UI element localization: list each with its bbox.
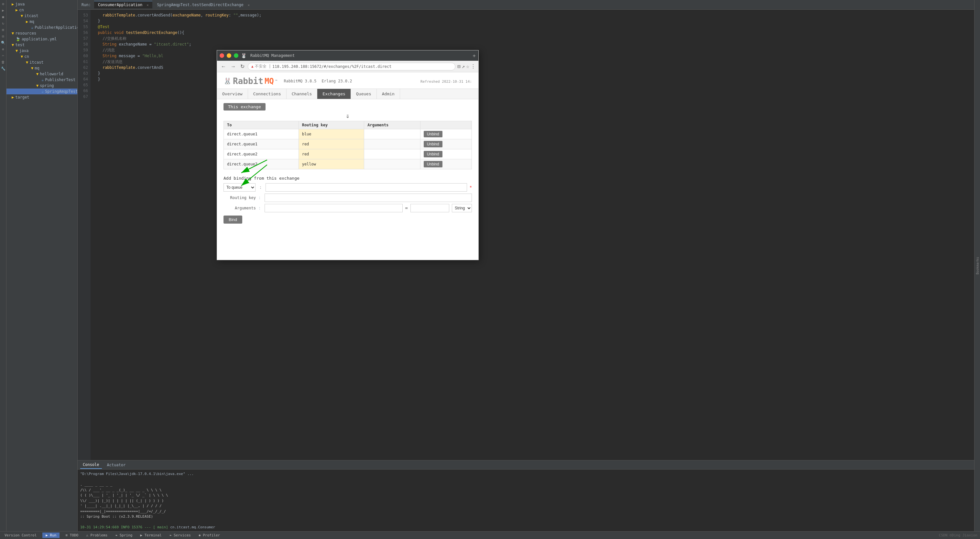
- arguments-input[interactable]: [264, 204, 402, 212]
- status-terminal[interactable]: ▶ Terminal: [138, 533, 163, 537]
- bindings-section: This exchange ⇓ To Routing key Arguments…: [217, 99, 478, 173]
- nav-exchanges[interactable]: Exchanges: [317, 89, 351, 99]
- unbind-btn-1[interactable]: Unbind: [424, 131, 442, 137]
- tree-cn[interactable]: ▶cn: [6, 7, 77, 13]
- tree-test-cn[interactable]: ▼cn: [6, 54, 77, 59]
- share-icon[interactable]: ↗: [462, 63, 465, 70]
- unbind-btn-4[interactable]: Unbind: [424, 161, 442, 167]
- bind-button[interactable]: Bind: [223, 216, 242, 224]
- insecure-label: 不安全 |: [255, 63, 271, 69]
- binding-unbind-4[interactable]: Unbind: [420, 159, 472, 169]
- col-routing-key: Routing key: [299, 121, 364, 129]
- status-profiler[interactable]: ✱ Profiler: [197, 533, 222, 537]
- tab-spring-amqp-close[interactable]: ✕: [248, 3, 250, 7]
- sidebar-icon-11[interactable]: 🔧: [1, 66, 6, 71]
- status-problems[interactable]: ⚠ Problems: [84, 533, 109, 537]
- binding-unbind-3[interactable]: Unbind: [420, 149, 472, 159]
- browser-close-btn[interactable]: [220, 53, 224, 58]
- status-spring[interactable]: ❧ Spring: [113, 533, 134, 537]
- browser-max-btn[interactable]: [234, 53, 239, 58]
- tree-test-java[interactable]: ▼java: [6, 48, 77, 54]
- tree-spring[interactable]: ▼spring: [6, 83, 77, 89]
- tab-consumer-application-label: ConsumerApplication: [98, 3, 142, 7]
- browser-navbar: ← → ↻ ▲ 不安全 | 118.195.240.188:15672/#/ex…: [217, 61, 478, 72]
- tab-consumer-application[interactable]: ConsumerApplication ✕: [94, 1, 153, 8]
- new-tab-button[interactable]: +: [473, 53, 476, 59]
- sidebar-icon-9[interactable]: ✂: [1, 53, 6, 58]
- unbind-btn-2[interactable]: Unbind: [424, 141, 442, 147]
- sidebar-icon-10[interactable]: 🗑: [1, 59, 6, 65]
- browser-min-btn[interactable]: [227, 53, 231, 58]
- browser-titlebar: 🐰 RabbitMQ Management +: [217, 51, 478, 61]
- menu-icon[interactable]: ⋮: [471, 63, 476, 70]
- destination-type-select[interactable]: To queue To exchange: [223, 183, 256, 192]
- nav-queues[interactable]: Queues: [351, 89, 377, 99]
- bottom-panel: Console Actuator "D:\Program Files\Java\…: [78, 460, 974, 531]
- tree-resources[interactable]: ▼resources: [6, 30, 77, 36]
- cast-icon[interactable]: ⊟: [457, 63, 461, 70]
- status-run[interactable]: ▶ Run: [42, 533, 59, 538]
- console-spring-art: . ____ _ __ _ _ /\\ / ___'_ __ _ _(_)_ _…: [80, 482, 972, 520]
- sidebar-icon-2[interactable]: ▶: [1, 8, 6, 13]
- tab-actuator[interactable]: Actuator: [105, 461, 129, 469]
- tree-publisher-test[interactable]: ☕PublisherTest: [6, 77, 77, 83]
- status-todo[interactable]: ≡ TODO: [64, 533, 80, 537]
- nav-connections[interactable]: Connections: [248, 89, 286, 99]
- sidebar-icon-6[interactable]: ⊟: [1, 33, 6, 39]
- tree-helloworld[interactable]: ▼helloworld: [6, 71, 77, 77]
- tree-spring-amqp-test[interactable]: ☕SpringAmqpTest: [6, 89, 77, 94]
- equals-sign: =: [405, 206, 408, 211]
- bookmark-icon[interactable]: ☆: [466, 63, 469, 70]
- tree-target[interactable]: ▶target: [6, 94, 77, 100]
- tab-spring-amqp[interactable]: SpringAmqpTest.testSendDirectExchange ✕: [153, 1, 254, 8]
- nav-admin[interactable]: Admin: [377, 89, 400, 99]
- routing-key-input[interactable]: [264, 193, 472, 202]
- sidebar-icon-5[interactable]: ⊞: [1, 27, 6, 32]
- binding-key-3: red: [299, 149, 364, 159]
- sidebar-bookmarks[interactable]: Bookmarks: [975, 255, 980, 276]
- nav-channels[interactable]: Channels: [286, 89, 318, 99]
- line-numbers: 53 54 55 56 57 58 59 60 61 62 63 64 65 6…: [78, 10, 91, 460]
- binding-unbind-2[interactable]: Unbind: [420, 139, 472, 149]
- bottom-tabs: Console Actuator: [78, 460, 974, 469]
- console-line-java: "D:\Program Files\Java\jdk-17.0.4.1\bin\…: [80, 471, 972, 477]
- tab-console[interactable]: Console: [80, 461, 102, 469]
- tree-test-mq[interactable]: ▼mq: [6, 65, 77, 71]
- binding-unbind-1[interactable]: Unbind: [420, 129, 472, 139]
- tree-publisher-app[interactable]: ☕PublisherApplication: [6, 25, 77, 30]
- nav-overview[interactable]: Overview: [217, 89, 248, 99]
- sidebar-icon-8[interactable]: ⊕: [1, 46, 6, 52]
- tree-itcast[interactable]: ▼itcast: [6, 13, 77, 19]
- tab-consumer-close[interactable]: ✕: [146, 3, 148, 7]
- this-exchange-label: This exchange: [223, 103, 266, 111]
- tree-test[interactable]: ▼test: [6, 42, 77, 48]
- binding-args-3: [364, 149, 420, 159]
- destination-input[interactable]: [266, 183, 467, 192]
- arguments-value-input[interactable]: [410, 204, 449, 212]
- address-bar[interactable]: ▲ 不安全 | 118.195.240.188:15672/#/exchange…: [248, 63, 455, 70]
- security-icon: ▲: [251, 64, 254, 68]
- forward-button[interactable]: →: [229, 63, 237, 70]
- sidebar-icon-1[interactable]: ⚙: [1, 1, 6, 6]
- refresh-button[interactable]: ↻: [239, 63, 246, 70]
- rmq-rabbit-text: Rabbit: [233, 76, 263, 86]
- status-version-control[interactable]: Version Control: [3, 533, 38, 537]
- col-action: [420, 121, 472, 129]
- tree-mq[interactable]: ▶mq: [6, 19, 77, 25]
- binding-to-3: direct.queue2: [224, 149, 299, 159]
- unbind-btn-3[interactable]: Unbind: [424, 151, 442, 157]
- string-type-select[interactable]: String: [452, 204, 472, 212]
- sidebar-icon-7[interactable]: 🔍: [1, 40, 6, 45]
- binding-to-4: direct.queue2: [224, 159, 299, 169]
- browser-content: 🐰 Rabbit MQ ™ RabbitMQ 3.8.5 Erlang 23.0…: [217, 72, 478, 260]
- rmq-rabbit-icon: 🐰: [223, 77, 232, 85]
- tree-test-itcast[interactable]: ▼itcast: [6, 59, 77, 65]
- tree-java[interactable]: ▶java: [6, 1, 77, 7]
- code-line-53: rabbitTemplate.convertAndSend(exchangeNa…: [93, 12, 972, 18]
- back-button[interactable]: ←: [220, 63, 228, 70]
- tree-yml[interactable]: 🍃application.yml: [6, 36, 77, 42]
- sidebar-icon-4[interactable]: ↻: [1, 21, 6, 26]
- status-services[interactable]: ❧ Services: [167, 533, 193, 537]
- tab-spring-amqp-label: SpringAmqpTest.testSendDirectExchange: [157, 3, 243, 7]
- sidebar-icon-3[interactable]: ◼: [1, 14, 6, 19]
